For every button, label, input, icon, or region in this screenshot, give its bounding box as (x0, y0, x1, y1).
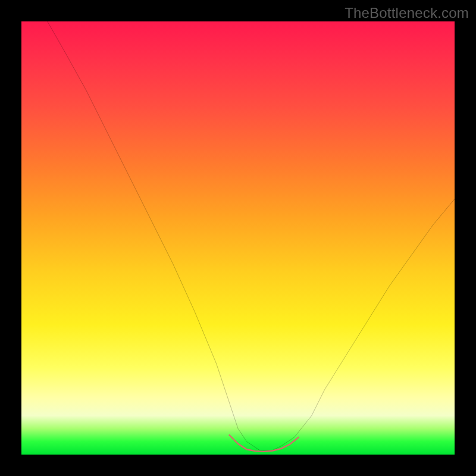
gradient-background (21, 21, 455, 455)
watermark-text: TheBottleneck.com (345, 5, 469, 21)
chart-frame: TheBottleneck.com (0, 0, 476, 476)
